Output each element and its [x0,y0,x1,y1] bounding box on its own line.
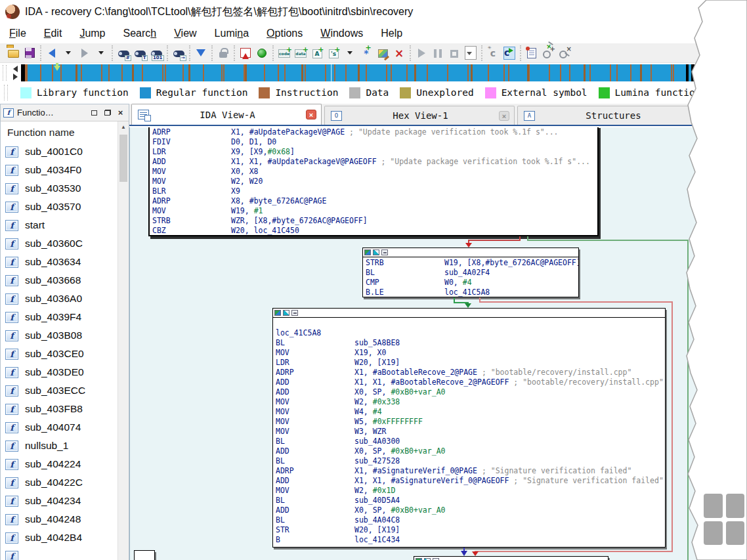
function-row[interactable]: fsub_4001C0 [1,142,117,161]
function-row[interactable]: fsub_40422C [1,473,117,492]
function-row[interactable]: fnullsub_1 [1,437,117,455]
debug-start-icon[interactable] [416,47,427,59]
open-file-icon[interactable] [7,47,19,59]
function-row[interactable]: fsub_403DE0 [1,363,117,381]
node-code: loc_41C5A8BLsub_5A8BE8MOVX19, X0LDRW20, … [273,318,665,546]
make-data-icon[interactable]: data [295,47,307,59]
navband-scroll-arrows[interactable] [9,66,21,80]
search-next-icon[interactable]: → [173,47,184,59]
function-row[interactable]: fsub_403ECC [1,381,117,400]
collapse-node-icon[interactable] [274,310,281,316]
add-breakpoint-icon[interactable]: + [542,47,554,59]
toolbar-group [40,45,112,61]
nav-forward-icon[interactable] [79,47,91,59]
jump-address-icon[interactable] [195,47,207,59]
function-row[interactable]: fsub_4039F4 [1,308,117,326]
function-row[interactable]: fsub_403FB8 [1,400,117,418]
debug-pause-icon[interactable] [432,47,444,59]
functions-panel-titlebar[interactable]: f Functio… × [1,104,129,121]
function-row[interactable]: fsub_403570 [1,198,117,216]
edit-colors-icon[interactable] [377,47,389,59]
search-text-icon[interactable]: T [134,47,146,59]
graph-node-b2[interactable]: STRBW19, [X8,#byte_6726AC@PAGEOFF]BLsub_… [362,248,579,297]
menu-item-help[interactable]: Help [381,28,402,39]
maximize-icon[interactable] [89,108,100,118]
nav-back-icon[interactable] [46,47,58,59]
node-group-icon[interactable] [381,249,388,255]
scrollbar-thumb[interactable] [119,135,127,182]
graph-view[interactable]: loc_41C5A8BLsub_5A8BE8MOVX19, X0LDRW20, … [129,127,747,560]
function-row[interactable]: fsub_403668 [1,271,117,290]
function-row[interactable]: fsub_403CE0 [1,345,117,363]
save-file-icon[interactable] [24,47,35,59]
function-row[interactable]: fsub_403B08 [1,326,117,345]
function-list-scrollbar[interactable]: ▲ [117,121,129,560]
function-icon: f [5,441,18,452]
status-ok-icon[interactable] [256,47,268,59]
more-dropdown-icon[interactable] [344,47,356,59]
menu-item-options[interactable]: Options [267,28,303,39]
recent-scripts-icon[interactable] [526,47,538,59]
menu-item-file[interactable]: File [9,28,26,39]
node-color-icon[interactable] [373,249,379,255]
function-row[interactable]: fsub_404234 [1,492,117,510]
graph-node-b3[interactable]: loc_41C5A8BLsub_5A8BE8MOVX19, X0LDRW20, … [272,308,666,548]
menu-item-edit[interactable]: Edit [44,28,62,39]
tab-structures[interactable]: AStructures× [517,106,708,125]
cursor-lock-icon[interactable] [217,47,229,59]
function-row[interactable]: fsub_40360C [1,234,117,253]
graph-node-b1[interactable]: ADRPX1, #aUpdatePackageV@PAGE ; "Update … [148,127,599,236]
function-row[interactable]: fsub_4034F0 [1,161,117,179]
collapse-node-icon[interactable] [364,249,371,255]
navband-right-arrow-icon[interactable] [13,74,18,80]
float-window-icon[interactable] [102,108,113,118]
function-row[interactable]: fstart [1,216,117,234]
node-group-icon[interactable] [291,310,298,316]
add-name-icon[interactable]: A [311,47,323,59]
debugger-combo-icon[interactable] [465,47,477,59]
menu-item-search[interactable]: Search [123,28,157,39]
make-string-icon[interactable]: 's [328,47,339,59]
function-list-header[interactable]: Function name [1,121,129,142]
tab-close-icon[interactable]: × [692,111,702,121]
node-color-icon[interactable] [283,310,289,316]
tab-hex-view-1[interactable]: OHex View-1× [324,106,515,125]
toolbar-group: → [167,45,189,61]
graph-node-b4[interactable] [414,556,608,560]
function-icon: f [5,477,18,488]
make-star-icon[interactable]: * [360,47,372,59]
tab-ida-view-a[interactable]: IDA View-A× [131,104,322,125]
navigation-band[interactable] [21,64,694,81]
navband-left-arrow-icon[interactable] [13,66,18,72]
menu-item-view[interactable]: View [174,28,196,39]
tab-close-icon[interactable]: × [306,110,316,119]
close-icon[interactable]: × [115,108,126,118]
scrollbar-up-icon[interactable]: ▲ [118,121,129,133]
function-row[interactable]: fsub_4042B4 [1,528,117,547]
graph-node-b5[interactable] [134,550,155,560]
toolbar: #T101→codedataA's*×cc+× [0,43,747,63]
function-row[interactable]: fsub_403634 [1,253,117,271]
function-row[interactable]: fsub_403530 [1,179,117,198]
compile-file-icon[interactable]: c [487,47,499,59]
problems-icon[interactable] [240,47,251,59]
menu-item-jump[interactable]: Jump [79,28,105,39]
function-row[interactable]: fsub_404224 [1,455,117,473]
delete-breakpoint-icon[interactable]: × [559,47,570,59]
asm-line: LDRX9, [X9,#0x68] [152,147,595,157]
nav-back-dropdown-icon[interactable] [62,47,74,59]
menu-item-windows[interactable]: Windows [320,28,363,39]
nav-forward-dropdown-icon[interactable] [95,47,107,59]
cancel-icon[interactable]: × [393,47,405,59]
execute-script-icon[interactable]: c [503,47,515,59]
search-sequence-icon[interactable]: 101 [150,47,162,59]
search-values-icon[interactable]: # [117,47,129,59]
menu-item-lumina[interactable]: Lumina [215,28,249,39]
debug-stop-icon[interactable] [448,47,460,59]
function-row[interactable]: fsub_404248 [1,510,117,528]
make-code-icon[interactable]: code [278,47,290,59]
tab-close-icon[interactable]: × [499,111,509,121]
function-row[interactable]: fsub_404074 [1,418,117,437]
function-row[interactable]: f [1,547,117,560]
function-row[interactable]: fsub_4036A0 [1,290,117,308]
